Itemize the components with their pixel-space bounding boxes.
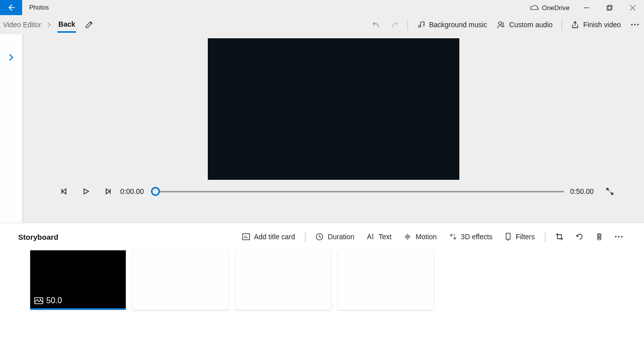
library-drawer: [0, 34, 23, 223]
finish-video-label: Finish video: [583, 21, 621, 29]
clock-icon: [315, 233, 324, 241]
filters-label: Filters: [516, 233, 535, 241]
svg-rect-14: [506, 233, 510, 239]
storyboard-more-button[interactable]: [609, 223, 629, 250]
crop-button[interactable]: [549, 223, 570, 250]
image-icon: [34, 297, 43, 304]
maximize-button[interactable]: [598, 0, 621, 15]
prev-frame-icon: [60, 188, 67, 195]
storyboard-title: Storyboard: [18, 233, 58, 241]
onedrive-label: OneDrive: [542, 4, 570, 12]
redo-button[interactable]: [385, 15, 404, 34]
background-music-label: Background music: [429, 21, 487, 29]
fullscreen-icon: [606, 187, 614, 195]
text-icon: [366, 233, 374, 240]
svg-point-20: [40, 299, 41, 300]
delete-button[interactable]: [590, 223, 609, 250]
storyboard-empty-slot[interactable]: [235, 250, 331, 310]
add-title-card-label: Add title card: [254, 233, 295, 241]
toolbar-more-button[interactable]: [626, 15, 644, 34]
clip-duration: 50.0: [46, 296, 62, 305]
svg-point-6: [631, 24, 633, 25]
chevron-right-icon: [8, 53, 14, 61]
breadcrumb: Video Editor Back: [3, 16, 76, 33]
minimize-button[interactable]: [575, 0, 598, 15]
duration-label: Duration: [328, 233, 354, 241]
trash-icon: [596, 233, 603, 241]
custom-audio-button[interactable]: Custom audio: [492, 15, 557, 34]
person-audio-icon: [497, 21, 505, 29]
filters-button[interactable]: Filters: [499, 223, 541, 250]
undo-icon: [372, 21, 380, 29]
svg-point-16: [615, 236, 617, 238]
chevron-right-icon: [47, 22, 51, 27]
svg-point-8: [637, 24, 639, 25]
duration-button[interactable]: Duration: [309, 223, 360, 250]
next-frame-icon: [105, 188, 112, 195]
export-icon: [571, 21, 579, 29]
custom-audio-label: Custom audio: [509, 21, 552, 29]
current-time: 0:00.00: [120, 187, 144, 195]
3d-effects-label: 3D effects: [461, 233, 493, 241]
svg-point-17: [618, 236, 620, 238]
pencil-icon: [85, 21, 93, 29]
filters-icon: [505, 233, 512, 241]
back-arrow-icon: [7, 4, 15, 12]
video-preview: [208, 38, 459, 180]
seek-thumb[interactable]: [151, 187, 160, 196]
back-arrow-button[interactable]: [0, 0, 22, 15]
close-icon: [630, 5, 635, 11]
cloud-icon: [530, 5, 539, 11]
storyboard-clip[interactable]: 50.0: [30, 250, 126, 310]
onedrive-button[interactable]: OneDrive: [525, 0, 575, 15]
expand-library-button[interactable]: [8, 53, 14, 223]
minimize-icon: [584, 5, 589, 11]
ellipsis-icon: [631, 24, 639, 26]
prev-frame-button[interactable]: [53, 188, 75, 195]
next-frame-button[interactable]: [97, 188, 119, 195]
sparkle-icon: [449, 233, 457, 241]
3d-effects-button[interactable]: 3D effects: [443, 223, 499, 250]
breadcrumb-root[interactable]: Video Editor: [3, 21, 41, 29]
svg-rect-2: [608, 5, 612, 9]
storyboard-empty-slot[interactable]: [133, 250, 228, 310]
svg-rect-1: [607, 6, 611, 10]
text-label: Text: [378, 233, 391, 241]
add-title-card-button[interactable]: Add title card: [236, 223, 301, 250]
svg-point-15: [508, 240, 509, 241]
storyboard-empty-slot[interactable]: [338, 250, 434, 310]
rename-button[interactable]: [85, 21, 93, 29]
rotate-icon: [576, 233, 584, 241]
background-music-button[interactable]: Background music: [412, 15, 492, 34]
app-title: Photos: [22, 4, 49, 11]
motion-label: Motion: [416, 233, 437, 241]
redo-icon: [390, 21, 398, 29]
ellipsis-icon: [615, 236, 623, 238]
maximize-icon: [607, 5, 612, 11]
play-icon: [83, 188, 90, 195]
seek-bar[interactable]: [152, 191, 565, 192]
text-button[interactable]: Text: [360, 223, 397, 250]
total-time: 0:50.00: [570, 187, 594, 195]
rotate-button[interactable]: [570, 223, 590, 250]
undo-button[interactable]: [367, 15, 385, 34]
svg-point-13: [407, 236, 409, 238]
play-button[interactable]: [75, 188, 97, 195]
close-button[interactable]: [621, 0, 644, 15]
breadcrumb-current[interactable]: Back: [57, 16, 76, 33]
title-card-icon: [242, 233, 250, 240]
svg-point-5: [499, 22, 502, 25]
motion-icon: [404, 233, 412, 241]
music-icon: [417, 21, 425, 29]
svg-rect-9: [243, 234, 250, 240]
finish-video-button[interactable]: Finish video: [566, 15, 626, 34]
svg-point-7: [634, 24, 636, 25]
motion-button[interactable]: Motion: [397, 223, 443, 250]
crop-icon: [555, 233, 564, 241]
fullscreen-button[interactable]: [606, 187, 614, 195]
svg-point-18: [621, 236, 623, 238]
